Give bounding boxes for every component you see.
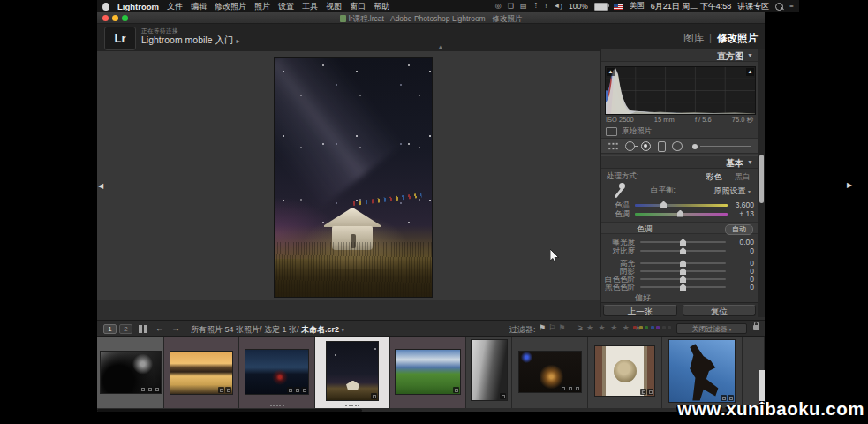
grid-view-icon[interactable] xyxy=(139,325,142,329)
flag-picked-icon[interactable]: ⚑ xyxy=(539,323,548,332)
thumbnail-bw-crowd[interactable] xyxy=(101,352,161,393)
whites-slider[interactable] xyxy=(640,278,726,280)
filmstrip-source-indicator[interactable]: 所有照片 54 张照片/ 选定 1 张/ 未命名.cr2 ▾ xyxy=(191,324,344,336)
filmstrip-cell-3[interactable] xyxy=(239,337,315,408)
alert-icon[interactable]: ! xyxy=(545,0,547,12)
thumbnail-starry-yurt-selected[interactable] xyxy=(327,342,378,400)
thumbnail-statue-silhouette[interactable] xyxy=(669,340,735,402)
volume-icon[interactable]: ◄) xyxy=(553,0,562,12)
next-photo-arrow-icon[interactable]: → xyxy=(171,323,180,333)
contrast-slider[interactable] xyxy=(640,250,726,252)
menu-settings[interactable]: 设置 xyxy=(278,1,294,12)
right-panel-reveal-arrow[interactable]: ▶ xyxy=(847,181,852,189)
top-panel-collapse-icon[interactable]: ▴ xyxy=(439,43,442,50)
thumbnail-green-field[interactable] xyxy=(396,350,460,394)
identity-plate[interactable]: Lightroom mobile 入门 ▸ xyxy=(141,34,239,47)
shadow-clipping-icon[interactable]: ▲ xyxy=(607,68,615,76)
share-zone-label[interactable]: 讲课专区 xyxy=(737,1,769,12)
reset-button[interactable]: 复位 xyxy=(683,305,756,316)
filter-preset-dropdown[interactable]: 关闭过滤器 ▾ xyxy=(676,323,747,334)
treatment-bw-option[interactable]: 黑白 xyxy=(735,172,751,181)
temp-slider[interactable] xyxy=(635,204,728,207)
filmstrip-cell-6[interactable] xyxy=(466,337,512,408)
thumbnail-night-cabin[interactable] xyxy=(245,350,308,394)
input-flag-icon[interactable] xyxy=(614,4,623,10)
menu-app-name[interactable]: Lightroom xyxy=(117,2,159,11)
menu-photo[interactable]: 照片 xyxy=(254,1,270,12)
identity-play-icon[interactable]: ▸ xyxy=(236,37,239,45)
rating-operator[interactable]: ≥ xyxy=(578,323,583,332)
right-panel-scrollbar[interactable] xyxy=(758,49,765,317)
filmstrip-cell-7[interactable] xyxy=(512,337,588,408)
auto-tone-button[interactable]: 自动 xyxy=(725,224,753,235)
adjustment-brush-tool-icon[interactable] xyxy=(692,144,698,149)
spotlight-search-icon[interactable] xyxy=(775,3,783,11)
color-label-yellow[interactable] xyxy=(639,326,643,329)
status-icon-2[interactable]: ❑ xyxy=(508,0,514,12)
exposure-slider[interactable] xyxy=(640,241,726,243)
upload-icon[interactable]: ⇡ xyxy=(533,0,540,12)
spot-removal-tool-icon[interactable] xyxy=(625,141,635,151)
previous-photo-arrow-icon[interactable]: ← xyxy=(155,323,164,333)
flag-unflagged-icon[interactable]: ⚐ xyxy=(548,323,558,332)
module-library[interactable]: 图库 xyxy=(683,33,704,43)
tint-slider[interactable] xyxy=(635,213,728,216)
status-icon-1[interactable]: ◎ xyxy=(495,0,502,12)
histogram[interactable]: ▲ ▲ xyxy=(605,66,756,115)
blacks-slider[interactable] xyxy=(640,286,726,288)
red-eye-tool-icon[interactable] xyxy=(641,141,651,151)
shadows-slider[interactable] xyxy=(640,270,726,272)
menu-clock[interactable]: 6月21日 周二 下午4:58 xyxy=(651,1,732,12)
thumbnail-dark-interior[interactable] xyxy=(519,352,581,392)
previous-button[interactable]: 上一张 xyxy=(603,305,677,316)
histogram-collapse-icon[interactable]: ▼ xyxy=(747,52,753,58)
right-panel-scrollbar-thumb[interactable] xyxy=(759,155,764,203)
filmstrip-cell-8[interactable] xyxy=(588,337,662,408)
thumbnail-sunset-lake[interactable] xyxy=(170,352,232,394)
graduated-filter-tool-icon[interactable] xyxy=(658,141,666,152)
basic-panel-header[interactable]: 基本 ▼ xyxy=(601,155,758,169)
thumbnail-bw-portrait[interactable] xyxy=(472,340,507,400)
highlights-slider[interactable] xyxy=(640,262,726,264)
menu-file[interactable]: 文件 xyxy=(167,1,183,12)
treatment-color-option[interactable]: 彩色 xyxy=(706,172,721,181)
second-window-button[interactable]: 2 xyxy=(119,324,132,334)
menu-window[interactable]: 窗口 xyxy=(350,1,366,12)
display-icon[interactable]: ▤ xyxy=(520,0,527,12)
white-balance-preset[interactable]: 原照设置 ▾ xyxy=(713,186,751,197)
histogram-panel-header[interactable]: 直方图 ▼ xyxy=(601,49,758,62)
input-source-label[interactable]: 美国 xyxy=(630,1,645,11)
filmstrip-cell-9[interactable] xyxy=(662,337,743,408)
module-develop[interactable]: 修改照片 xyxy=(717,33,758,43)
crop-tool-icon[interactable] xyxy=(608,141,619,151)
color-label-green[interactable] xyxy=(645,326,648,329)
menu-view[interactable]: 视图 xyxy=(326,1,342,12)
color-label-red[interactable] xyxy=(633,326,637,329)
menu-tools[interactable]: 工具 xyxy=(302,1,318,12)
main-photo[interactable] xyxy=(274,57,433,298)
apple-menu-icon[interactable] xyxy=(102,3,109,11)
filmstrip-cell-1[interactable] xyxy=(97,337,164,408)
basic-collapse-icon[interactable]: ▼ xyxy=(747,159,753,165)
thumbnail-lion-medallion[interactable] xyxy=(595,346,654,396)
highlight-clipping-icon[interactable]: ▲ xyxy=(746,68,754,76)
filter-lock-icon[interactable] xyxy=(753,325,759,330)
flag-rejected-icon[interactable]: ⚑ xyxy=(558,323,568,332)
filmstrip-scrollbar-thumb[interactable] xyxy=(97,409,362,412)
color-label-none-1[interactable] xyxy=(662,326,666,329)
filmstrip-scrollbar[interactable] xyxy=(97,408,765,412)
color-label-blue[interactable] xyxy=(651,326,654,329)
menu-help[interactable]: 帮助 xyxy=(374,1,389,12)
menu-edit[interactable]: 编辑 xyxy=(191,1,207,12)
left-panel-reveal-arrow[interactable]: ◀ xyxy=(98,182,103,190)
notification-center-icon[interactable]: ≡ xyxy=(789,0,794,12)
battery-icon[interactable] xyxy=(594,3,608,11)
main-window-button[interactable]: 1 xyxy=(103,324,117,334)
filmstrip-cell-5[interactable] xyxy=(390,337,466,408)
radial-filter-tool-icon[interactable] xyxy=(672,141,683,151)
filmstrip-cell-selected[interactable] xyxy=(315,337,390,408)
filmstrip-cell-2[interactable] xyxy=(164,337,239,408)
menu-develop[interactable]: 修改照片 xyxy=(215,1,246,12)
color-label-purple[interactable] xyxy=(656,326,660,329)
color-label-none-2[interactable] xyxy=(668,326,671,329)
